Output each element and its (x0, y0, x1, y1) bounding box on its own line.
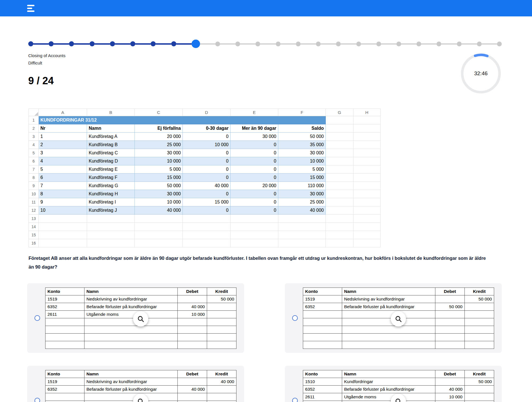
sheet-cell-empty (326, 206, 353, 215)
entry-cell (435, 318, 465, 326)
entry-cell (207, 401, 236, 402)
sheet-cell: 25 000 (135, 141, 183, 149)
entry-cell (178, 295, 207, 303)
sheet-cell: 15 000 (183, 198, 231, 206)
entry-cell: 40 000 (178, 303, 207, 311)
answer-option-4[interactable]: KontoNamnDebetKredit1510Kundfordringar50… (285, 366, 502, 402)
entry-cell: 1519 (45, 378, 84, 386)
sheet-cell-empty (39, 215, 87, 223)
progress-connector (115, 43, 130, 45)
magnifier-button-1[interactable] (133, 311, 148, 327)
sheet-cell-empty (326, 149, 353, 157)
sheet-cell: 6 (39, 174, 87, 182)
sheet-cell: Kundföretag H (87, 190, 135, 198)
entry-cell (45, 341, 84, 349)
sheet-cell-empty (353, 149, 381, 157)
entry-cell (84, 341, 178, 349)
progress-connector (200, 43, 215, 45)
sheet-cell: 0 (183, 165, 231, 174)
sheet-header-cell: Saldo (278, 124, 326, 133)
progress-dot-23 (477, 42, 482, 46)
sheet-cell-empty (326, 116, 353, 124)
entry-header-kredit: Kredit (207, 288, 236, 295)
sheet-cell-empty (135, 231, 183, 239)
sheet-col-header-G: G (326, 109, 353, 116)
sheet-cell: 35 000 (278, 141, 326, 149)
magnifier-button-2[interactable] (391, 311, 406, 327)
sheet-cell-empty (326, 182, 353, 190)
entry-cell (465, 326, 494, 334)
sheet-cell: 110 000 (278, 182, 326, 190)
question-counter: 9 / 24 (28, 75, 54, 87)
entry-cell (45, 401, 84, 402)
progress-dot-7 (151, 41, 156, 46)
sheet-cell-empty (326, 157, 353, 165)
option-radio-2[interactable] (292, 315, 298, 321)
entry-header-debet: Debet (178, 288, 207, 295)
sheet-cell-empty (326, 239, 353, 247)
entry-cell: Nedskrivning av kundfordringar (84, 378, 178, 386)
entry-cell: 40 000 (435, 386, 465, 393)
timer-text: 32:46 (460, 70, 502, 77)
progress-connector (321, 43, 336, 45)
progress-connector (441, 43, 457, 45)
answer-option-3[interactable]: KontoNamnDebetKredit1519Nedskrivning av … (27, 366, 244, 402)
sheet-cell-empty (87, 223, 135, 231)
progress-connector (482, 43, 497, 45)
entry-cell (342, 318, 435, 326)
sheet-cell-empty (353, 116, 381, 124)
entry-cell (465, 386, 494, 393)
entry-header-debet: Debet (435, 288, 465, 295)
entry-cell: 50 000 (465, 295, 494, 303)
entry-cell (342, 341, 435, 349)
sheet-cell: 0 (231, 141, 278, 149)
entry-cell (207, 334, 236, 341)
option-radio-4[interactable] (292, 398, 298, 402)
entry-cell: 1519 (303, 295, 342, 303)
option-radio-1[interactable] (34, 315, 40, 321)
entry-cell (435, 378, 465, 386)
sheet-cell: 30 000 (135, 149, 183, 157)
entry-header-kredit: Kredit (465, 288, 494, 295)
sheet-row-header-11: 11 (29, 198, 39, 206)
sheet-row-header-5: 5 (29, 149, 39, 157)
progress-connector (240, 43, 255, 45)
entry-cell: 6352 (303, 303, 342, 311)
sheet-cell-empty (326, 165, 353, 174)
sheet-cell: 30 000 (278, 149, 326, 157)
entry-cell: 50 000 (435, 303, 465, 311)
sheet-header-cell: Nr (39, 124, 87, 133)
quiz-title: Closing of Accounts (28, 53, 66, 58)
sheet-cell-empty (353, 165, 381, 174)
entry-cell: Befarade förluster på kundfordringar (342, 386, 435, 393)
entry-cell: Befarade förluster på kundfordringar (84, 303, 178, 311)
option-radio-3[interactable] (34, 398, 40, 402)
sheet-row-header-13: 13 (29, 215, 39, 223)
entry-header-konto: Konto (303, 288, 342, 295)
answer-option-1[interactable]: KontoNamnDebetKredit1519Nedskrivning av … (27, 283, 244, 353)
progress-connector (135, 43, 151, 45)
entry-cell: 2611 (45, 311, 84, 318)
sheet-cell: 1 (39, 133, 87, 141)
answer-option-2[interactable]: KontoNamnDebetKredit1519Nedskrivning av … (285, 283, 502, 353)
sheet-col-header-A: A (39, 109, 87, 116)
sheet-title-cell: KUNDFORDRINGAR 31/12 (39, 116, 326, 124)
sheet-cell: 20 000 (231, 182, 278, 190)
entry-cell: 50 000 (207, 295, 236, 303)
sheet-col-header-B: B (87, 109, 135, 116)
entry-cell: 6352 (45, 386, 84, 393)
sheet-col-header-E: E (231, 109, 278, 116)
sheet-cell-empty (353, 133, 381, 141)
entry-cell (435, 341, 465, 349)
sheet-row-header-16: 16 (29, 239, 39, 247)
entry-header-namn: Namn (84, 288, 178, 295)
sheet-cell-empty (353, 223, 381, 231)
entry-cell (465, 393, 494, 401)
entry-cell (207, 326, 236, 334)
magnifier-icon (395, 315, 402, 323)
entry-cell (465, 311, 494, 318)
sheet-cell-empty (326, 190, 353, 198)
progress-dot-5 (110, 41, 115, 46)
progress-dot-10 (215, 42, 220, 46)
sheet-cell: 5 000 (135, 165, 183, 174)
